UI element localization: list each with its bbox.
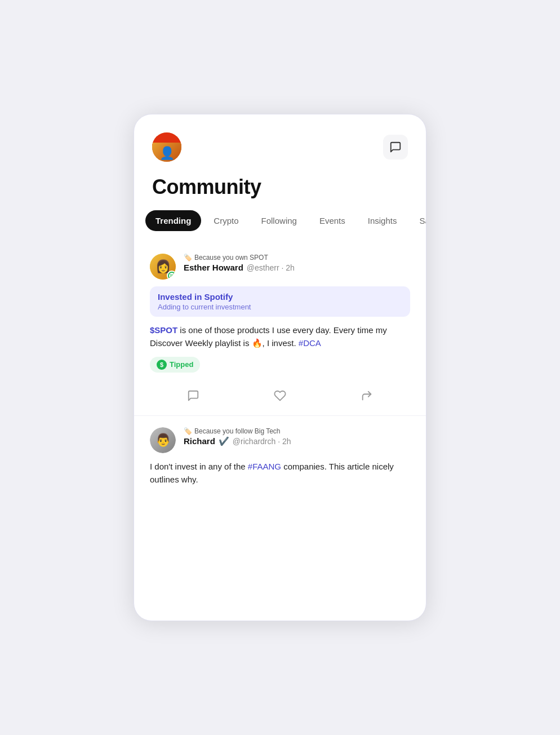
investment-subtitle: Adding to current investment [158,303,402,311]
investment-title: Invested in Spotify [158,292,402,302]
because-label: 🏷️ Because you own SPOT [184,254,410,262]
post-header-richard: 👨 🏷️ Because you follow Big Tech Richard… [150,427,410,453]
hashtag-dca[interactable]: #DCA [299,338,321,348]
tipped-label: Tipped [170,360,193,369]
comment-button[interactable] [150,385,237,406]
post-author: Esther Howard @estherr · 2h [184,263,410,272]
tipped-badge: $ Tipped [150,357,410,380]
author-name-richard: Richard [184,436,215,446]
post-text-richard: I don't invest in any of the #FAANG comp… [150,460,410,486]
tab-events[interactable]: Events [309,210,355,231]
share-button[interactable] [323,385,410,406]
verified-icon: ✔️ [219,436,229,446]
messages-button[interactable] [383,135,408,160]
feed: 👩 🏷️ Because you own SPOT Esther Howard [134,236,426,506]
tab-saved[interactable]: Saved [409,210,426,231]
page-title: Community [134,162,426,210]
tab-following[interactable]: Following [251,210,307,231]
phone-card: 👤 Community Trending Crypto Following Ev… [134,114,426,621]
tabs-bar: Trending Crypto Following Events Insight… [134,210,426,231]
post-author-richard: Richard ✔️ @richardrch · 2h [184,436,410,446]
post-text: $SPOT is one of those products I use eve… [150,324,410,350]
user-avatar[interactable]: 👤 [152,132,181,162]
because-label-richard: 🏷️ Because you follow Big Tech [184,427,410,435]
post-header: 👩 🏷️ Because you own SPOT Esther Howard [150,254,410,280]
investment-badge[interactable]: Invested in Spotify Adding to current in… [150,286,410,317]
tab-trending[interactable]: Trending [145,210,201,231]
post-actions [150,380,410,415]
tag-icon-2: 🏷️ [184,427,192,435]
post-body-before: I don't invest in any of the [150,462,248,471]
post-card: 👩 🏷️ Because you own SPOT Esther Howard [134,242,426,415]
ticker-spot[interactable]: $SPOT [150,325,177,335]
tab-crypto[interactable]: Crypto [203,210,248,231]
spotify-badge [167,271,176,280]
tab-insights[interactable]: Insights [358,210,407,231]
post-avatar-esther[interactable]: 👩 [150,254,176,280]
like-button[interactable] [237,385,323,406]
hashtag-faang[interactable]: #FAANG [248,462,281,471]
author-name: Esther Howard [184,263,243,272]
tag-icon: 🏷️ [184,254,192,262]
header: 👤 [134,114,426,162]
post-meta: 🏷️ Because you own SPOT Esther Howard @e… [184,254,410,272]
post-meta-richard: 🏷️ Because you follow Big Tech Richard ✔… [184,427,410,446]
post-body-text: is one of those products I use every day… [150,325,387,348]
post-card-richard: 👨 🏷️ Because you follow Big Tech Richard… [134,415,426,486]
author-handle: @estherr · 2h [247,263,295,272]
post-avatar-richard[interactable]: 👨 [150,427,176,453]
tipped-dollar-icon: $ [157,360,167,370]
author-handle-richard: @richardrch · 2h [233,437,291,446]
